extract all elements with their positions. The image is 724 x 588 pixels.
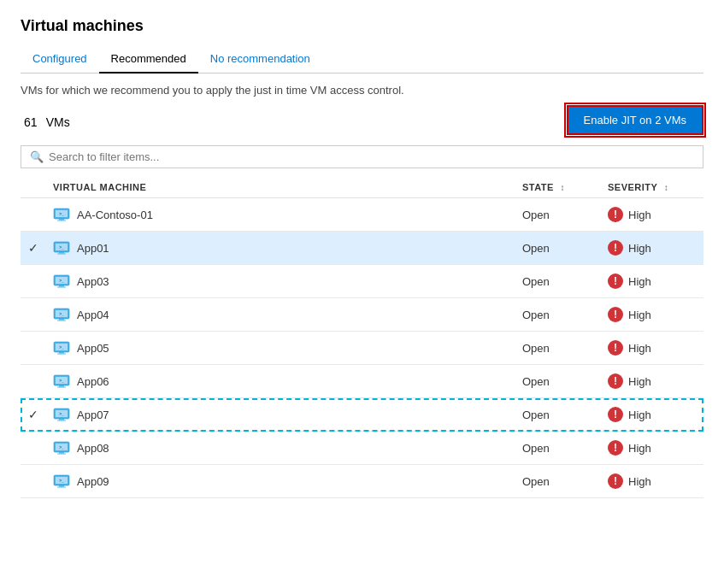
vm-icon: >_ (53, 306, 70, 323)
svg-rect-46 (57, 454, 66, 455)
search-icon: 🔍 (30, 150, 44, 163)
row-state: Open (515, 332, 601, 365)
table-header-row: VIRTUAL MACHINE STATE ↕ SEVERITY ↕ (21, 177, 703, 198)
svg-text:>_: >_ (59, 311, 64, 316)
row-severity: ! High (601, 465, 703, 498)
row-vm-name-cell: >_ App05 (46, 332, 515, 365)
svg-rect-40 (57, 420, 66, 421)
vm-icon: >_ (53, 439, 70, 456)
state-sort-icon[interactable]: ↕ (561, 183, 566, 192)
header-row: 61 VMs Enable JIT on 2 VMs (21, 105, 703, 135)
vm-name: App04 (77, 309, 109, 321)
row-severity: ! High (601, 432, 703, 465)
svg-rect-21 (59, 319, 64, 320)
vm-count: 61 VMs (21, 109, 70, 132)
vm-name: AA-Contoso-01 (77, 209, 153, 221)
vm-icon: >_ (53, 373, 70, 390)
row-state: Open (515, 398, 601, 432)
row-check-cell[interactable] (21, 298, 46, 332)
severity-icon: ! (608, 440, 623, 456)
row-check-cell[interactable]: ✓ (21, 232, 46, 265)
severity-label: High (628, 309, 651, 321)
severity-icon: ! (608, 307, 623, 322)
row-state: Open (515, 198, 601, 232)
severity-label: High (628, 375, 651, 388)
vm-name: App08 (77, 442, 109, 455)
row-vm-name-cell: >_ App09 (46, 465, 515, 498)
vm-name: App03 (77, 275, 109, 288)
table-row[interactable]: >_ App05 Open ! High (21, 332, 703, 365)
search-bar: 🔍 (21, 145, 703, 168)
severity-label: High (628, 242, 651, 255)
severity-label: High (628, 475, 651, 488)
search-input[interactable] (49, 150, 694, 163)
svg-rect-28 (57, 354, 66, 355)
table-row[interactable]: >_ AA-Contoso-01 Open ! High (21, 198, 703, 232)
svg-rect-4 (57, 220, 66, 221)
svg-text:>_: >_ (59, 344, 64, 350)
row-check-cell[interactable] (21, 432, 46, 465)
svg-rect-34 (57, 387, 66, 388)
severity-icon: ! (608, 207, 623, 222)
tab-configured[interactable]: Configured (21, 45, 99, 74)
vm-icon: >_ (53, 473, 70, 490)
row-severity: ! High (601, 398, 703, 432)
severity-sort-icon[interactable]: ↕ (664, 183, 669, 192)
row-check-cell[interactable] (21, 365, 46, 398)
row-state: Open (515, 232, 601, 265)
svg-rect-15 (59, 285, 64, 287)
svg-rect-3 (59, 219, 64, 220)
svg-rect-52 (57, 487, 66, 488)
page-title: Virtual machines (21, 17, 703, 35)
table-row[interactable]: >_ App09 Open ! High (21, 465, 703, 498)
row-vm-name-cell: >_ App03 (46, 265, 515, 298)
table-row[interactable]: >_ App08 Open ! High (21, 432, 703, 465)
severity-label: High (628, 275, 651, 288)
svg-rect-33 (59, 385, 64, 387)
svg-text:>_: >_ (59, 411, 64, 416)
severity-label: High (628, 409, 651, 421)
tab-recommended[interactable]: Recommended (99, 45, 198, 74)
severity-icon: ! (608, 473, 623, 489)
col-check (21, 177, 46, 198)
vm-icon: >_ (53, 339, 70, 356)
table-row[interactable]: >_ App06 Open ! High (21, 365, 703, 398)
row-severity: ! High (601, 198, 703, 232)
vm-table: VIRTUAL MACHINE STATE ↕ SEVERITY ↕ (21, 177, 703, 498)
checkmark-icon: ✓ (28, 408, 38, 421)
vm-name: App05 (77, 342, 109, 355)
svg-text:>_: >_ (59, 278, 64, 283)
row-vm-name-cell: >_ App01 (46, 232, 515, 265)
table-row[interactable]: >_ App04 Open ! High (21, 298, 703, 332)
enable-jit-button[interactable]: Enable JIT on 2 VMs (567, 105, 703, 135)
vm-icon: >_ (53, 406, 70, 423)
row-check-cell[interactable] (21, 465, 46, 498)
row-severity: ! High (601, 298, 703, 332)
svg-rect-10 (57, 254, 66, 255)
row-vm-name-cell: >_ AA-Contoso-01 (46, 198, 515, 232)
vm-icon: >_ (53, 239, 70, 256)
table-row[interactable]: ✓ >_ App07 Open ! High (21, 398, 703, 432)
row-severity: ! High (601, 365, 703, 398)
row-state: Open (515, 432, 601, 465)
vm-icon: >_ (53, 206, 70, 223)
row-check-cell[interactable] (21, 198, 46, 232)
svg-text:>_: >_ (59, 444, 64, 450)
row-vm-name-cell: >_ App08 (46, 432, 515, 465)
description-text: VMs for which we recommend you to apply … (21, 84, 703, 97)
row-state: Open (515, 365, 601, 398)
checkmark-icon: ✓ (28, 241, 38, 255)
row-check-cell[interactable]: ✓ (21, 398, 46, 432)
row-severity: ! High (601, 332, 703, 365)
vm-name: App09 (77, 475, 109, 488)
svg-text:>_: >_ (59, 378, 64, 383)
table-row[interactable]: ✓ >_ App01 Open ! High (21, 232, 703, 265)
row-check-cell[interactable] (21, 332, 46, 365)
table-row[interactable]: >_ App03 Open ! High (21, 265, 703, 298)
severity-icon: ! (608, 240, 623, 256)
tab-no-recommendation[interactable]: No recommendation (198, 45, 322, 74)
severity-label: High (628, 209, 651, 221)
col-state: STATE ↕ (515, 177, 601, 198)
svg-rect-22 (57, 320, 66, 321)
row-check-cell[interactable] (21, 265, 46, 298)
